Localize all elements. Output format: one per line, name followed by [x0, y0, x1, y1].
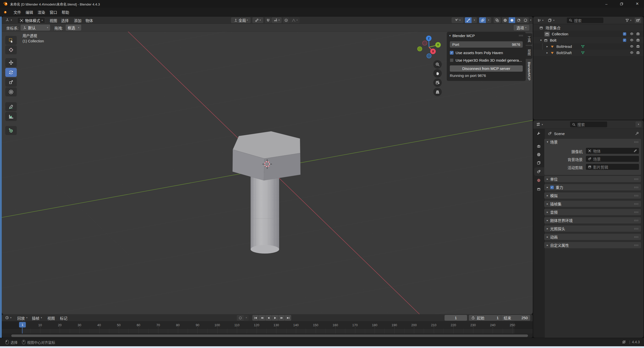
outliner-row-collection[interactable]: Collection ✓	[533, 31, 643, 37]
minimize-button[interactable]: –	[601, 0, 612, 8]
outliner-row-bolt[interactable]: ▾ Bolt ✓	[533, 37, 643, 43]
eye-icon[interactable]	[630, 32, 634, 36]
camera-icon[interactable]	[636, 38, 640, 42]
gizmos-toggle[interactable]	[465, 17, 472, 23]
gizmo-neg-x-ball[interactable]	[422, 41, 427, 45]
timeline-menu-playback[interactable]: 回放	[17, 315, 25, 321]
sidebar-tab-blendermcp[interactable]: BlenderMCP	[526, 60, 532, 83]
editor-type-icon[interactable]	[5, 18, 9, 22]
timeline-menu-view[interactable]: 视图	[47, 315, 55, 321]
shading-solid-button[interactable]	[509, 17, 515, 23]
prev-keyframe-button[interactable]	[259, 315, 265, 321]
timeline-scrollbar[interactable]	[2, 333, 533, 338]
checkbox-unchecked-icon[interactable]: ✓	[450, 58, 454, 62]
timeline-menu-keying[interactable]: 插帧	[32, 315, 39, 321]
camera-icon[interactable]	[636, 44, 640, 48]
camera-icon[interactable]	[636, 32, 640, 36]
new-collection-button[interactable]	[635, 18, 641, 23]
collection-checkbox[interactable]: ✓	[623, 32, 626, 36]
outliner-row-scene-collection[interactable]: 场景集合	[533, 25, 643, 31]
outliner-row-boltshaft[interactable]: ▸ BoltShaft	[533, 50, 643, 56]
jump-to-start-button[interactable]	[252, 315, 259, 321]
properties-options-dropdown[interactable]: ▾	[635, 122, 641, 127]
camera-field[interactable]: 物体	[586, 148, 639, 154]
active-clip-field[interactable]: 影片剪辑	[586, 164, 639, 170]
panel-rigidbody[interactable]: ▸刚体世界环境	[544, 217, 641, 223]
eye-icon[interactable]	[630, 38, 634, 42]
perspective-toggle-button[interactable]	[433, 88, 442, 96]
viewport-menu-view[interactable]: 视图	[50, 18, 57, 23]
outliner-display-mode-icon[interactable]	[537, 18, 541, 22]
menu-help[interactable]: 帮助	[62, 10, 69, 15]
mode-selector[interactable]: 物体模式 ▾	[17, 17, 45, 24]
snap-settings-dropdown[interactable]: ▾	[272, 17, 282, 23]
tab-output-icon[interactable]	[537, 153, 541, 157]
sidebar-tab-view[interactable]: 视图	[526, 46, 532, 59]
tool-move[interactable]	[5, 58, 17, 67]
mcp-port-field[interactable]: Port 9876	[450, 41, 523, 48]
zoom-button[interactable]	[433, 60, 442, 69]
viewport-menu-add[interactable]: 添加	[74, 18, 81, 23]
menu-render[interactable]: 渲染	[38, 10, 45, 15]
panel-keyingsets[interactable]: ▸插帧集	[544, 201, 641, 207]
next-keyframe-button[interactable]	[278, 315, 285, 321]
tab-viewlayer-icon[interactable]	[537, 161, 541, 165]
shading-wireframe-button[interactable]	[502, 17, 508, 23]
properties-editor-icon[interactable]	[536, 122, 540, 126]
scrollbar-handle[interactable]	[11, 334, 528, 337]
timeline-ruler[interactable]: 1020304050607080901001101201301401501601…	[2, 321, 533, 329]
transform-orientation-dropdown[interactable]: 全局 ▾	[231, 17, 251, 23]
visibility-dropdown[interactable]: ▾	[452, 17, 464, 23]
tab-world-icon[interactable]	[537, 178, 541, 182]
pan-button[interactable]	[433, 69, 442, 78]
xray-toggle[interactable]	[494, 17, 501, 23]
app-menu-blender-icon[interactable]	[3, 10, 8, 14]
eye-icon[interactable]	[630, 44, 634, 48]
current-frame-field[interactable]: 1	[445, 315, 467, 321]
playhead-line[interactable]	[22, 327, 23, 333]
drag-mode-dropdown[interactable]: 框选 ▾	[66, 25, 81, 31]
frame-end-field[interactable]: 结束 250	[501, 315, 530, 321]
play-button[interactable]	[272, 315, 278, 321]
shading-rendered-button[interactable]	[522, 17, 529, 23]
snap-toggle[interactable]	[265, 17, 271, 23]
gizmos-dropdown[interactable]: ▾	[472, 17, 477, 23]
mcp-polyhaven-checkbox[interactable]: ✓ Use assets from Poly Haven	[450, 51, 523, 55]
gizmo-neg-z-ball[interactable]	[427, 54, 431, 58]
mcp-hyper3d-checkbox[interactable]: ✓ Use Hyper3D Rodin 3D model genera...	[450, 58, 523, 62]
gizmo-neg-y-ball[interactable]	[417, 47, 422, 51]
mcp-panel-header[interactable]: ▾ Blender MCP	[447, 32, 526, 39]
tab-tool-icon[interactable]	[537, 131, 541, 135]
tool-select-box[interactable]	[5, 36, 17, 45]
outliner-row-bolthead[interactable]: ▸ BoltHead	[533, 43, 643, 50]
tab-collection-icon[interactable]	[537, 187, 541, 191]
eye-icon[interactable]	[630, 51, 634, 55]
auto-keying-toggle[interactable]	[237, 315, 244, 321]
viewport-menu-select[interactable]: 选择	[61, 18, 69, 23]
mcp-disconnect-button[interactable]: Disconnect from MCP server	[450, 65, 523, 72]
panel-animation[interactable]: ▸动画	[544, 234, 641, 240]
menu-window[interactable]: 窗口	[50, 10, 57, 15]
auto-keying-dropdown[interactable]: ▾	[244, 315, 249, 321]
frame-start-field[interactable]: 起始 1	[469, 315, 501, 321]
properties-search-field[interactable]: 搜索	[570, 122, 607, 127]
menu-edit[interactable]: 编辑	[26, 10, 33, 15]
timeline-menu-marker[interactable]: 标记	[60, 315, 67, 321]
collection-checkbox[interactable]: ✓	[623, 39, 626, 42]
panel-gravity[interactable]: ▸✓重力	[544, 184, 641, 190]
navigation-gizmo[interactable]: Z Y X	[414, 32, 444, 62]
panel-audio[interactable]: ▸音频	[544, 209, 641, 215]
proportional-falloff-dropdown[interactable]: ▾	[290, 17, 300, 23]
scene-panel-header[interactable]: ▾ 场景	[544, 139, 641, 145]
close-button[interactable]: ✕	[630, 0, 644, 8]
sidebar-tab-tool[interactable]: 工具	[526, 33, 532, 45]
tool-measure[interactable]	[5, 112, 17, 121]
pin-icon[interactable]	[635, 132, 639, 136]
tab-scene-icon[interactable]	[537, 170, 541, 174]
panel-customprops[interactable]: ▸自定义属性	[544, 242, 641, 248]
panel-lightprobes[interactable]: ▸光照探头	[544, 225, 641, 232]
timeline-keyframe-strip[interactable]	[2, 329, 533, 333]
pivot-point-dropdown[interactable]: ▾	[252, 17, 263, 23]
tab-render-icon[interactable]	[537, 144, 541, 148]
panel-units[interactable]: ▸单位	[544, 176, 641, 182]
